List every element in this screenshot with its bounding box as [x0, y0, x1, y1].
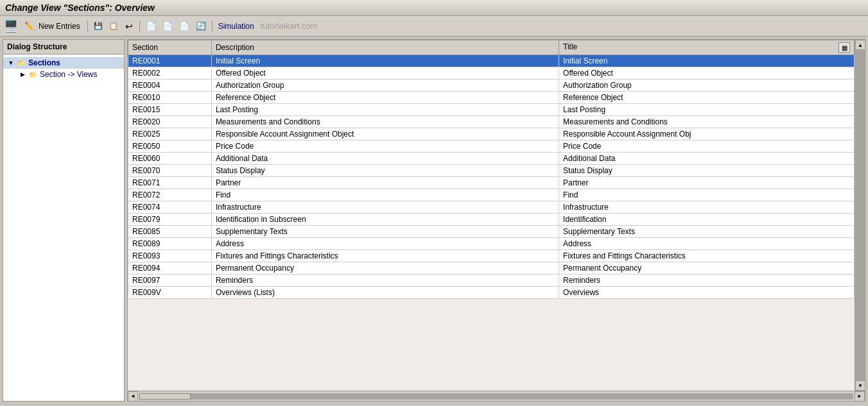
cell-description: Status Display: [211, 165, 559, 177]
table-body: RE0001Initial ScreenInitial ScreenRE0002…: [128, 55, 855, 299]
table-row[interactable]: RE0070Status DisplayStatus Display: [128, 165, 855, 177]
sections-toggle-icon[interactable]: ▼: [7, 59, 15, 67]
section-views-toggle-icon[interactable]: ▶: [19, 71, 26, 78]
column-settings-icon[interactable]: ▦: [838, 42, 850, 53]
column-section[interactable]: Section: [128, 40, 212, 55]
cell-title: Supplementary Texts: [559, 226, 855, 238]
scroll-left-button[interactable]: ◄: [128, 391, 138, 402]
cell-description: Partner: [211, 177, 559, 189]
data-table: Section Description Title ▦: [128, 40, 855, 299]
title-text: Change View "Sections": Overview: [5, 3, 155, 13]
dialog-structure-title: Dialog Structure: [3, 40, 124, 55]
sections-label: Sections: [28, 58, 60, 67]
doc-button-1[interactable]: 📄: [143, 19, 159, 33]
refresh-button[interactable]: 🔄: [193, 19, 209, 33]
table-row[interactable]: RE0089AddressAddress: [128, 238, 855, 250]
table-row[interactable]: RE0015Last PostingLast Posting: [128, 104, 855, 116]
cell-section: RE0015: [128, 104, 212, 116]
cell-title: Offered Object: [559, 67, 855, 80]
cell-section: RE0002: [128, 67, 212, 80]
cell-section: RE0074: [128, 201, 212, 214]
sap-logo-icon: 🖥️: [4, 19, 18, 33]
column-title-label: Title: [563, 42, 577, 51]
cell-description: Price Code: [211, 140, 559, 153]
cell-title: Partner: [559, 177, 855, 189]
doc-button-2[interactable]: 📄: [160, 19, 175, 33]
cell-title: Address: [559, 238, 855, 250]
table-row[interactable]: RE0002Offered ObjectOffered Object: [128, 67, 855, 80]
cell-description: Infrastructure: [211, 201, 559, 214]
new-entries-button[interactable]: ✏️: [22, 19, 37, 33]
table-row[interactable]: RE0093Fixtures and Fittings Characterist…: [128, 250, 855, 262]
horizontal-scrollbar[interactable]: ◄ ►: [128, 391, 865, 401]
sidebar-item-section-views[interactable]: ▶ 📁 Section -> Views: [3, 69, 124, 80]
cell-description: Supplementary Texts: [211, 226, 559, 238]
table-row[interactable]: RE0085Supplementary TextsSupplementary T…: [128, 226, 855, 238]
sections-folder-icon: 📁: [16, 58, 26, 67]
copy-icon: 📋: [109, 22, 118, 30]
right-scroll-track: [855, 50, 865, 380]
section-views-label: Section -> Views: [40, 70, 98, 79]
table-scroll-area[interactable]: Section Description Title ▦: [128, 40, 855, 391]
undo-button[interactable]: ↩: [122, 19, 136, 33]
cell-section: RE0004: [128, 80, 212, 92]
doc-icon-1: 📄: [146, 21, 156, 31]
cell-section: RE0085: [128, 226, 212, 238]
title-bar: Change View "Sections": Overview: [0, 0, 868, 16]
table-row[interactable]: RE0020Measurements and ConditionsMeasure…: [128, 116, 855, 128]
cell-section: RE0025: [128, 128, 212, 140]
cell-description: Offered Object: [211, 67, 559, 80]
table-row[interactable]: RE0097RemindersReminders: [128, 275, 855, 287]
cell-description: Additional Data: [211, 153, 559, 165]
table-row[interactable]: RE0094Permanent OccupancyPermanent Occup…: [128, 262, 855, 275]
table-row[interactable]: RE009VOverviews (Lists)Overviews: [128, 287, 855, 299]
cell-description: Last Posting: [211, 104, 559, 116]
table-row[interactable]: RE0004Authorization GroupAuthorization G…: [128, 80, 855, 92]
cell-title: Infrastructure: [559, 201, 855, 214]
copy-button[interactable]: 📋: [107, 19, 121, 33]
table-row[interactable]: RE0071PartnerPartner: [128, 177, 855, 189]
cell-title: Status Display: [559, 165, 855, 177]
cell-title: Authorization Group: [559, 80, 855, 92]
cell-section: RE0010: [128, 92, 212, 104]
toolbar-separator-1: [87, 21, 88, 32]
simulation-label: Simulation: [218, 22, 254, 31]
table-row[interactable]: RE0010Reference ObjectReference Object: [128, 92, 855, 104]
doc-icon-2: 📄: [162, 21, 173, 31]
table-row[interactable]: RE0060Additional DataAdditional Data: [128, 153, 855, 165]
column-description[interactable]: Description: [211, 40, 559, 55]
scroll-down-button[interactable]: ▼: [855, 380, 865, 391]
table-row[interactable]: RE0072FindFind: [128, 189, 855, 201]
cell-description: Authorization Group: [211, 80, 559, 92]
cell-section: RE0071: [128, 177, 212, 189]
table-row[interactable]: RE0025Responsible Account Assignment Obj…: [128, 128, 855, 140]
horizontal-scroll-track: [139, 393, 853, 400]
cell-title: Fixtures and Fittings Characteristics: [559, 250, 855, 262]
table-row[interactable]: RE0001Initial ScreenInitial Screen: [128, 55, 855, 67]
toolbar: 🖥️ ✏️ New Entries 💾 📋 ↩ 📄 📄 📄 🔄 Simulati…: [0, 16, 868, 37]
new-entries-icon: ✏️: [24, 21, 35, 31]
table-row[interactable]: RE0079Identification in SubscreenIdentif…: [128, 214, 855, 226]
cell-title: Last Posting: [559, 104, 855, 116]
toolbar-separator-3: [212, 21, 213, 32]
cell-title: Reminders: [559, 275, 855, 287]
column-title[interactable]: Title ▦: [559, 40, 855, 55]
cell-description: Initial Screen: [211, 55, 559, 67]
table-row[interactable]: RE0050Price CodePrice Code: [128, 140, 855, 153]
scroll-right-button[interactable]: ►: [855, 391, 865, 402]
doc-button-3[interactable]: 📄: [177, 19, 192, 33]
table-container: Section Description Title ▦: [128, 40, 865, 401]
save-button[interactable]: 💾: [91, 19, 105, 33]
cell-description: Reminders: [211, 275, 559, 287]
horizontal-scroll-thumb[interactable]: [139, 393, 191, 400]
scroll-up-button[interactable]: ▲: [855, 40, 865, 50]
main-area: Dialog Structure ▼ 📁 Sections ▶ 📁 Sectio…: [0, 37, 868, 404]
table-row[interactable]: RE0074InfrastructureInfrastructure: [128, 201, 855, 214]
cell-section: RE0070: [128, 165, 212, 177]
cell-section: RE0093: [128, 250, 212, 262]
cell-section: RE0079: [128, 214, 212, 226]
right-scrollbar[interactable]: ▲ ▼: [855, 40, 865, 391]
cell-section: RE0001: [128, 55, 212, 67]
sidebar-item-sections[interactable]: ▼ 📁 Sections: [3, 57, 124, 69]
cell-description: Address: [211, 238, 559, 250]
